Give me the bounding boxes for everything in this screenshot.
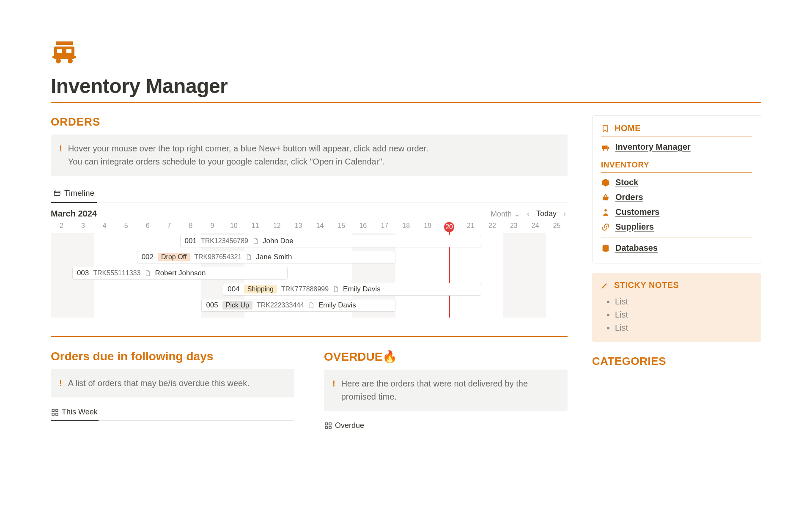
timeline-day: 21: [460, 220, 482, 233]
truck-small-icon: [601, 143, 610, 152]
svg-rect-17: [329, 427, 331, 429]
nav-stock[interactable]: Stock: [601, 175, 752, 190]
timeline-next-button[interactable]: ›: [562, 209, 568, 218]
timeline-order-bar[interactable]: 003TRK555111333Robert Johnson: [72, 267, 288, 280]
document-icon: [246, 254, 252, 260]
svg-rect-2: [57, 49, 62, 53]
svg-rect-15: [329, 423, 331, 425]
section-divider: [51, 336, 568, 337]
grid-icon: [325, 422, 332, 429]
timeline-prev-button[interactable]: ‹: [525, 209, 531, 218]
timeline-day: 2: [51, 220, 72, 233]
exclamation-icon: !: [59, 142, 62, 168]
timeline-day: 11: [244, 220, 266, 233]
tab-timeline[interactable]: Timeline: [51, 184, 97, 203]
categories-heading: CATEGORIES: [592, 355, 761, 368]
nav-home-label: HOME: [614, 123, 641, 133]
timeline-day: 3: [72, 220, 94, 233]
timeline-order-bar[interactable]: 001TRK123456789John Doe: [180, 235, 482, 247]
bookmark-icon: [601, 124, 609, 133]
order-id: 005: [206, 301, 218, 310]
link-icon: [601, 222, 610, 232]
nav-suppliers[interactable]: Suppliers: [601, 219, 752, 234]
timeline-day: 7: [159, 220, 180, 233]
sticky-note-item[interactable]: List: [615, 295, 753, 308]
timeline-day: 4: [94, 220, 115, 233]
timeline-order-bar[interactable]: 002Drop OffTRK987654321Jane Smith: [137, 251, 395, 263]
timeline-day: 10: [223, 220, 244, 233]
timeline-day: 18: [395, 220, 417, 233]
truck-icon: [51, 38, 78, 65]
svg-rect-3: [66, 49, 71, 53]
sticky-notes-heading: STICKY NOTES: [614, 280, 679, 290]
timeline-order-bar[interactable]: 005Pick UpTRK222333444Emily Davis: [201, 299, 395, 312]
svg-rect-0: [56, 41, 73, 45]
timeline-day: 13: [288, 220, 309, 233]
document-icon: [145, 270, 151, 276]
timeline-row: 005Pick UpTRK222333444Emily Davis: [51, 297, 568, 313]
person-icon: [601, 208, 610, 217]
timeline-scale-select[interactable]: Month ⌄: [491, 209, 520, 219]
timeline-day: 12: [266, 220, 288, 233]
svg-point-20: [603, 149, 605, 151]
database-icon: [601, 244, 610, 253]
order-status-tag: Drop Off: [158, 253, 190, 261]
nav-orders[interactable]: Orders: [601, 190, 752, 205]
nav-inventory-manager[interactable]: Inventory Manager: [601, 140, 752, 154]
tab-overdue[interactable]: Overdue: [324, 418, 365, 433]
exclamation-icon: !: [59, 377, 62, 390]
customer-name: Emily Davis: [343, 285, 381, 293]
timeline-day: 16: [352, 220, 374, 233]
tracking-number: TRK555111333: [93, 269, 140, 277]
sticky-note-item[interactable]: List: [615, 308, 753, 321]
timeline-day: 15: [331, 220, 352, 233]
svg-rect-12: [52, 413, 54, 415]
svg-point-22: [604, 209, 607, 211]
title-divider: [51, 102, 761, 103]
order-id: 002: [142, 253, 154, 261]
nav-databases[interactable]: Databases: [601, 241, 752, 255]
timeline-row: 004ShippingTRK777888999Emily Davis: [51, 281, 568, 297]
order-status-tag: Shipping: [244, 285, 277, 293]
order-id: 004: [228, 285, 239, 293]
timeline-row: 002Drop OffTRK987654321Jane Smith: [51, 249, 568, 265]
timeline-row: 001TRK123456789John Doe: [51, 233, 568, 249]
timeline-day: 17: [374, 220, 395, 233]
timeline-order-bar[interactable]: 004ShippingTRK777888999Emily Davis: [223, 283, 481, 296]
timeline-day: 19: [417, 220, 439, 233]
timeline-today-button[interactable]: Today: [536, 209, 557, 218]
document-icon: [252, 238, 258, 244]
tracking-number: TRK777888999: [281, 285, 329, 293]
timeline-body[interactable]: 001TRK123456789John Doe002Drop OffTRK987…: [51, 233, 568, 318]
svg-rect-14: [325, 423, 327, 425]
timeline-day: 23: [503, 220, 524, 233]
timeline-day: 9: [201, 220, 223, 233]
svg-rect-16: [325, 427, 327, 429]
timeline-day: 24: [524, 220, 546, 233]
timeline-day: 8: [180, 220, 202, 233]
svg-rect-19: [608, 147, 609, 149]
timeline-day: 6: [137, 220, 159, 233]
basket-icon: [601, 193, 610, 202]
timeline-month-label: March 2024: [51, 209, 97, 219]
chevron-down-icon: ⌄: [514, 210, 520, 218]
orders-due-callout: ! A list of orders that may be/is overdu…: [51, 369, 294, 397]
sticky-notes-panel: STICKY NOTES ListListList: [592, 273, 761, 342]
svg-rect-7: [54, 191, 60, 196]
overdue-heading: OVERDUE🔥: [324, 350, 568, 364]
orders-heading: ORDERS: [51, 115, 568, 129]
document-icon: [308, 302, 314, 308]
customer-name: John Doe: [263, 237, 294, 245]
pen-icon: [601, 281, 609, 290]
timeline-day: 22: [481, 220, 503, 233]
tab-this-week[interactable]: This Week: [51, 404, 99, 421]
sticky-note-item[interactable]: List: [615, 321, 753, 334]
tracking-number: TRK987654321: [194, 253, 241, 261]
customer-name: Jane Smith: [256, 253, 292, 261]
svg-rect-11: [56, 409, 58, 411]
orders-due-heading: Orders due in following days: [51, 350, 294, 363]
svg-rect-18: [602, 145, 608, 149]
timeline-day: 25: [546, 220, 568, 233]
nav-customers[interactable]: Customers: [601, 205, 752, 219]
customer-name: Emily Davis: [318, 301, 356, 310]
